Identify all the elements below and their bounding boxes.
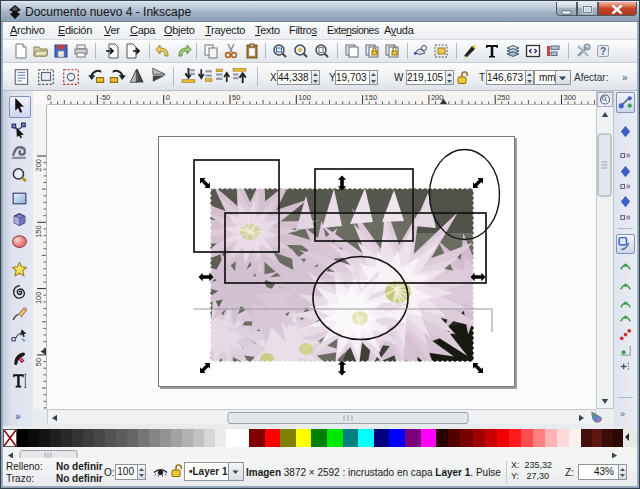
svg-text:50: 50 [34, 358, 43, 366]
svg-text:200: 200 [431, 93, 444, 102]
svg-text:100: 100 [34, 292, 43, 305]
svg-text:-50: -50 [99, 93, 110, 102]
svg-text:150: 150 [365, 93, 378, 102]
svg-text:0: 0 [47, 93, 51, 102]
svg-text:300: 300 [564, 93, 577, 102]
svg-text:100: 100 [298, 93, 311, 102]
svg-text:50: 50 [232, 93, 240, 102]
svg-text:250: 250 [497, 93, 510, 102]
svg-text:200: 200 [34, 159, 43, 172]
svg-text:0: 0 [166, 93, 170, 102]
svg-text:150: 150 [34, 225, 43, 238]
svg-text:?: ? [600, 46, 606, 57]
